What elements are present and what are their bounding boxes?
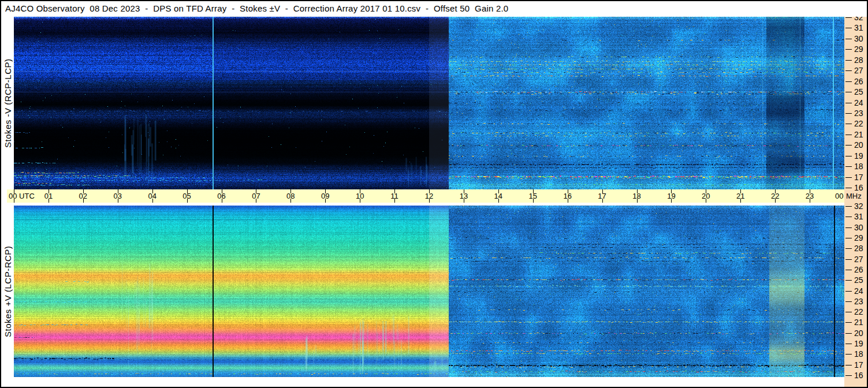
frequency-tick-label: 25 xyxy=(854,276,863,284)
frequency-tick xyxy=(845,17,852,18)
frequency-tick-label: 20 xyxy=(854,141,863,149)
frequency-tick-label: 27 xyxy=(854,66,863,74)
frequency-tick-label: 28 xyxy=(854,56,863,64)
frequency-tick-label: 26 xyxy=(854,77,863,85)
time-tick-label: 21 xyxy=(736,192,744,200)
frequency-tick-label: 18 xyxy=(854,162,863,170)
time-tick-label: 16 xyxy=(563,192,571,200)
frequency-tick-label: 19 xyxy=(854,339,863,348)
frequency-tick xyxy=(845,259,852,260)
frequency-tick xyxy=(845,227,852,228)
frequency-tick xyxy=(845,312,852,312)
time-axis: 00 UTC0102030405060708091011121314151617… xyxy=(7,189,844,203)
frequency-tick xyxy=(845,238,852,238)
frequency-tick-label: 21 xyxy=(854,318,863,326)
frequency-scale: MHz 323130292827262524232221201918171632… xyxy=(844,17,868,388)
time-tick-label: 20 xyxy=(702,192,710,200)
frequency-tick-label: 26 xyxy=(854,266,863,274)
time-tick-label: 11 xyxy=(390,192,398,200)
frequency-tick xyxy=(845,113,852,114)
panel-label-stokes-plus-v: Stokes +V (LCP-RCP) xyxy=(2,206,13,377)
frequency-tick-label: 18 xyxy=(854,350,863,358)
frequency-tick-label: 31 xyxy=(854,212,863,221)
frequency-tick-label: 17 xyxy=(854,361,863,369)
frequency-tick-label: 28 xyxy=(854,244,863,252)
frequency-tick xyxy=(845,103,852,103)
frequency-tick xyxy=(845,177,852,178)
frequency-tick xyxy=(845,28,852,28)
frequency-tick-label: 30 xyxy=(854,35,863,43)
frequency-tick xyxy=(845,375,852,376)
time-tick-label: 17 xyxy=(598,192,606,200)
time-tick-label: 18 xyxy=(632,192,640,200)
time-tick-label: 07 xyxy=(252,192,260,200)
time-tick-label: 02 xyxy=(79,192,87,200)
frequency-unit-label: MHz xyxy=(846,192,862,200)
time-tick-label: 04 xyxy=(148,192,156,200)
time-tick-label: 23 xyxy=(806,192,814,200)
frequency-tick-label: 30 xyxy=(854,223,863,232)
frequency-tick xyxy=(845,188,852,188)
frequency-tick-label: 31 xyxy=(854,24,863,32)
frequency-tick-label: 16 xyxy=(854,371,863,379)
frequency-tick xyxy=(845,248,852,249)
frequency-tick xyxy=(845,270,852,270)
frequency-tick-label: 16 xyxy=(854,184,863,192)
spectrogram-panel-stokes-plus-v xyxy=(14,206,844,377)
frequency-tick-label: 17 xyxy=(854,173,863,181)
time-tick-label: 01 xyxy=(44,192,53,200)
frequency-tick-label: 25 xyxy=(854,88,863,96)
spectrogram-panel-stokes-minus-v xyxy=(14,17,844,189)
time-tick-label: 00 xyxy=(835,192,843,200)
frequency-tick-label: 32 xyxy=(854,17,863,21)
time-tick-label: 09 xyxy=(321,192,329,200)
time-tick-label: 13 xyxy=(460,192,468,200)
title-bar: AJ4CO Observatory 08 Dec 2023 - DPS on T… xyxy=(1,1,867,16)
frequency-tick xyxy=(845,344,852,344)
frequency-tick xyxy=(845,166,852,167)
frequency-tick xyxy=(845,70,852,71)
frequency-tick xyxy=(845,92,852,92)
frequency-tick-label: 24 xyxy=(854,287,863,295)
frequency-tick xyxy=(845,60,852,61)
frequency-tick xyxy=(845,145,852,146)
frequency-tick-label: 23 xyxy=(854,109,863,117)
frequency-tick xyxy=(845,280,852,281)
frequency-tick-label: 22 xyxy=(854,308,863,316)
time-tick-label: 19 xyxy=(667,192,675,200)
time-tick-label: 14 xyxy=(494,192,502,200)
frequency-tick xyxy=(845,124,852,124)
frequency-tick xyxy=(845,39,852,39)
time-tick-label: 15 xyxy=(529,192,537,200)
time-tick-label: 06 xyxy=(217,192,225,200)
frequency-tick-label: 21 xyxy=(854,130,863,139)
frequency-tick xyxy=(845,81,852,82)
frequency-tick-label: 32 xyxy=(854,202,863,210)
frequency-tick xyxy=(845,206,852,207)
time-tick-label: 05 xyxy=(182,192,191,200)
time-tick-label: 08 xyxy=(286,192,295,200)
frequency-tick-label: 20 xyxy=(854,329,863,337)
frequency-tick-label: 29 xyxy=(854,234,863,242)
frequency-tick xyxy=(845,291,852,292)
frequency-tick xyxy=(845,301,852,302)
frequency-tick xyxy=(845,217,852,217)
frequency-tick-label: 27 xyxy=(854,255,863,263)
frequency-tick xyxy=(845,365,852,365)
frequency-tick xyxy=(845,49,852,50)
frequency-tick-label: 19 xyxy=(854,152,863,160)
frequency-tick xyxy=(845,135,852,135)
time-tick-label: 03 xyxy=(114,192,122,200)
time-tick-label: 12 xyxy=(425,192,433,200)
time-tick-label: 00 UTC xyxy=(9,192,35,200)
frequency-tick-label: 29 xyxy=(854,45,863,53)
time-tick-label: 10 xyxy=(356,192,364,200)
title-text: AJ4CO Observatory 08 Dec 2023 - DPS on T… xyxy=(5,3,508,13)
panel-label-stokes-minus-v: Stokes -V (RCP-LCP) xyxy=(2,17,13,189)
frequency-tick xyxy=(845,333,852,334)
frequency-tick xyxy=(845,322,852,323)
frequency-tick-label: 23 xyxy=(854,297,863,305)
frequency-tick xyxy=(845,156,852,156)
spectrogram-app-window: AJ4CO Observatory 08 Dec 2023 - DPS on T… xyxy=(0,0,868,388)
frequency-tick-label: 24 xyxy=(854,99,863,107)
